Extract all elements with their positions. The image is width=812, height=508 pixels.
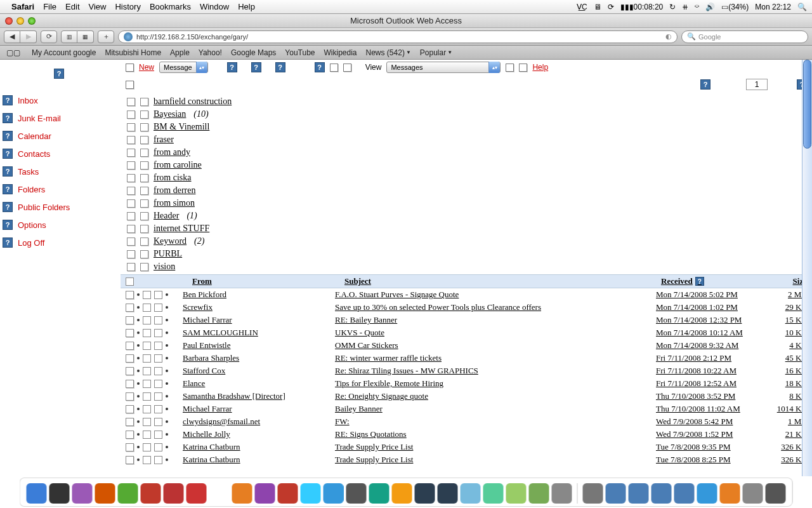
message-row[interactable]: Ben PickfordF.A.O. Stuart Purves - Signa…	[121, 288, 812, 301]
col-subject[interactable]: Subject	[344, 276, 661, 286]
dock-app-icon[interactable]	[652, 483, 672, 504]
clock[interactable]: Mon 22:12	[755, 3, 791, 11]
message-received[interactable]: Fri 7/11/2008 10:22 AM	[656, 366, 737, 375]
app-name[interactable]: Safari	[11, 2, 34, 11]
dock-app-icon[interactable]	[415, 483, 435, 504]
folder-row[interactable]: PURBL	[126, 248, 807, 260]
message-checkbox[interactable]	[126, 329, 134, 337]
dock-app-icon[interactable]	[118, 483, 138, 504]
bookmarks-button[interactable]: ▥	[61, 30, 77, 43]
folder-checkbox[interactable]	[127, 187, 135, 195]
menu-file[interactable]: File	[43, 2, 56, 11]
pager-prev-icon[interactable]: ?	[700, 79, 710, 90]
row-checkbox[interactable]	[126, 81, 134, 89]
message-received[interactable]: Wed 7/9/2008 5:42 PM	[656, 417, 733, 426]
folder-row[interactable]: from ciska	[126, 171, 807, 184]
window-minimize-button[interactable]	[16, 17, 24, 25]
battery-icon[interactable]: ▭ (34%)	[721, 3, 749, 11]
message-received[interactable]: Thu 7/10/2008 11:02 AM	[656, 404, 740, 413]
folder-link[interactable]: Keyword	[154, 236, 187, 246]
message-row[interactable]: Michael FarrarRE: Bailey BannerMon 7/14/…	[121, 314, 812, 326]
folder-link[interactable]: from simon	[154, 198, 195, 208]
window-zoom-button[interactable]	[28, 17, 36, 25]
sidebar-item-public-folders[interactable]: ?Public Folders	[0, 198, 118, 216]
menu-history[interactable]: History	[115, 2, 140, 11]
message-received[interactable]: Tue 7/8/2008 9:35 PM	[656, 442, 731, 451]
bookmark-item[interactable]: Popular▼	[420, 48, 452, 57]
message-received[interactable]: Fri 7/11/2008 12:52 AM	[656, 378, 737, 388]
search-bar[interactable]: 🔍 Google	[681, 30, 808, 43]
message-checkbox[interactable]	[126, 418, 134, 426]
new-type-select[interactable]: Message▴▾	[159, 62, 208, 73]
spotlight-icon[interactable]: 🔍	[797, 3, 807, 11]
forward-button[interactable]: ▶	[20, 30, 37, 43]
back-button[interactable]: ◀	[4, 30, 20, 43]
message-subject[interactable]: FW:	[335, 417, 350, 426]
toolbar-icon-3[interactable]: ?	[275, 62, 285, 72]
message-row[interactable]: SAM MCLOUGHLINUKVS - QuoteMon 7/14/2008 …	[121, 326, 812, 339]
col-importance[interactable]	[137, 277, 145, 286]
message-subject[interactable]: UKVS - Quote	[335, 328, 384, 337]
dock-app-icon[interactable]	[766, 483, 786, 504]
dock-app-icon[interactable]	[209, 483, 230, 504]
scrollbar[interactable]	[802, 60, 812, 476]
dock-app-icon[interactable]	[697, 483, 717, 504]
message-subject[interactable]: RE: winter warmer raffle tickets	[335, 353, 442, 363]
toolbar-check-2[interactable]	[343, 64, 351, 72]
window-close-button[interactable]	[5, 17, 13, 25]
sidebar-item-inbox[interactable]: ?Inbox	[0, 91, 118, 109]
toolbar-icon-2[interactable]: ?	[251, 62, 261, 72]
col-type[interactable]	[148, 277, 157, 286]
folder-checkbox-2[interactable]	[140, 110, 148, 119]
folder-checkbox-2[interactable]	[140, 174, 148, 182]
dock-app-icon[interactable]	[606, 483, 626, 504]
menu-view[interactable]: View	[89, 2, 107, 11]
message-from[interactable]: Katrina Chatburn	[183, 455, 240, 464]
message-subject[interactable]: RE: Signs Quotations	[335, 429, 407, 439]
menu-edit[interactable]: Edit	[65, 2, 79, 11]
folder-link[interactable]: from caroline	[154, 160, 202, 170]
dock-app-icon[interactable]	[506, 483, 527, 504]
new-link[interactable]: New	[139, 63, 154, 72]
folder-row[interactable]: Bayesian(10)	[126, 108, 807, 121]
bookmarks-menu-icon[interactable]: ▢▢	[6, 48, 20, 57]
message-checkbox[interactable]	[126, 431, 134, 439]
dock-app-icon[interactable]	[141, 483, 161, 504]
dock-app-icon[interactable]	[483, 483, 504, 504]
message-row[interactable]: ElanceTips for Flexible, Remote HiringFr…	[121, 377, 812, 390]
message-checkbox[interactable]	[126, 405, 134, 413]
bookmark-item[interactable]: News (542)▼	[366, 48, 411, 57]
toolbar-check-1[interactable]	[330, 64, 338, 72]
timer-icon[interactable]: ▮▮▮ 00:08:20	[620, 3, 664, 11]
rss-icon[interactable]: ◐	[665, 32, 672, 41]
message-received[interactable]: Tue 7/8/2008 8:25 PM	[656, 455, 731, 464]
reload-button[interactable]: ⟳	[41, 30, 57, 43]
folder-checkbox-2[interactable]	[140, 225, 148, 233]
toolbar-icon-1[interactable]: ?	[227, 62, 237, 72]
sidebar-item-contacts[interactable]: ?Contacts	[0, 145, 118, 163]
folder-row[interactable]: vision	[126, 260, 807, 273]
folder-link[interactable]: Bayesian	[154, 109, 186, 119]
url-bar[interactable]: http://192.168.2.150/exchange/gary/ ◐	[118, 30, 678, 43]
menu-help[interactable]: Help	[238, 2, 255, 11]
dock-app-icon[interactable]	[72, 483, 93, 504]
dock-app-icon[interactable]	[301, 483, 321, 504]
dock-app-icon[interactable]	[438, 483, 458, 504]
folder-link[interactable]: from ciska	[154, 173, 191, 183]
message-checkbox[interactable]	[126, 443, 134, 451]
folder-checkbox-2[interactable]	[140, 237, 148, 246]
message-from[interactable]: Michael Farrar	[183, 404, 232, 413]
col-received[interactable]: Received ?	[661, 276, 775, 286]
message-from[interactable]: SAM MCLOUGHLIN	[183, 328, 258, 337]
select-all-checkbox[interactable]	[126, 64, 134, 72]
dock-app-icon[interactable]	[232, 483, 252, 504]
scrollbar-thumb[interactable]	[803, 60, 811, 149]
toolbar-check-3[interactable]	[506, 64, 514, 72]
folder-checkbox[interactable]	[127, 250, 135, 258]
bookmark-item[interactable]: Google Maps	[231, 48, 276, 57]
vnc-icon[interactable]: V͟C	[577, 3, 587, 11]
message-checkbox[interactable]	[126, 380, 134, 388]
col-flag[interactable]	[160, 277, 168, 286]
folder-link[interactable]: from derren	[154, 185, 195, 196]
sidebar-item-options[interactable]: ?Options	[0, 216, 118, 234]
